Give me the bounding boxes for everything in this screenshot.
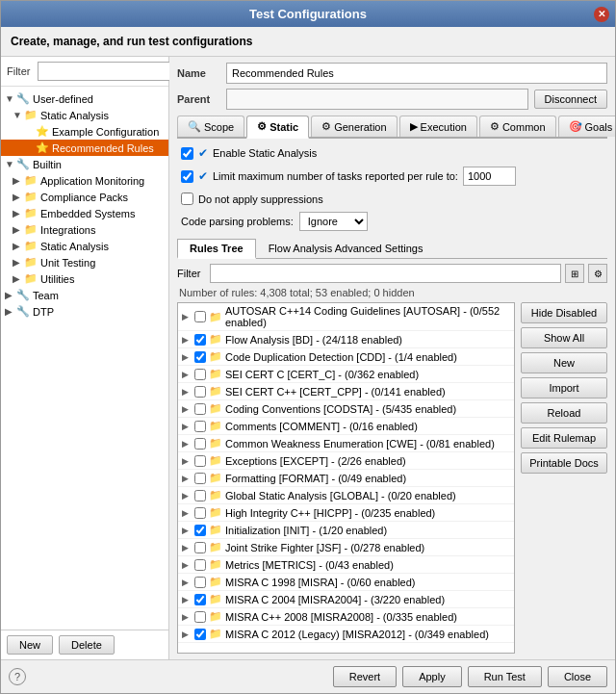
show-all-button[interactable]: Show All	[521, 327, 607, 348]
new-button[interactable]: New	[7, 635, 53, 655]
list-item[interactable]: ▶ 📁 Code Duplication Detection [CDD] - (…	[178, 348, 514, 366]
list-item[interactable]: ▶ 📁 AUTOSAR C++14 Coding Guidelines [AUT…	[178, 303, 514, 331]
folder-icon: 📁	[24, 272, 38, 285]
list-item[interactable]: ▶ 📁 Coding Conventions [CODSTA] - (5/435…	[178, 400, 514, 418]
list-item[interactable]: ▶ 📁 MISRA C 1998 [MISRA] - (0/60 enabled…	[178, 574, 514, 591]
parent-input[interactable]	[226, 89, 528, 110]
tree-item-compliance-packs[interactable]: ▶ 📁 Compliance Packs	[1, 189, 168, 205]
name-input[interactable]	[226, 63, 607, 84]
rule-checkbox[interactable]	[194, 525, 206, 536]
tree-item-app-monitoring[interactable]: ▶ 📁 Application Monitoring	[1, 172, 168, 189]
list-item[interactable]: ▶ 📁 Exceptions [EXCEPT] - (2/26 enabled)	[178, 452, 514, 470]
tab-generation[interactable]: ⚙ Generation	[311, 116, 397, 137]
rule-checkbox[interactable]	[194, 455, 206, 467]
close-button[interactable]: Close	[548, 666, 607, 687]
list-item[interactable]: ▶ 📁 MISRA C++ 2008 [MISRA2008] - (0/335 …	[178, 608, 514, 626]
rule-checkbox[interactable]	[194, 490, 206, 501]
inner-tab-rules-tree[interactable]: Rules Tree	[177, 239, 256, 259]
rule-checkbox[interactable]	[194, 473, 206, 484]
apply-button[interactable]: Apply	[402, 666, 462, 687]
rule-checkbox[interactable]	[194, 311, 206, 322]
tree-item-builtin[interactable]: ▼ 🔧 Builtin	[1, 156, 168, 172]
enable-static-checkbox[interactable]	[181, 147, 193, 160]
delete-button[interactable]: Delete	[59, 635, 115, 655]
disconnect-button[interactable]: Disconnect	[534, 90, 607, 109]
help-icon[interactable]: ?	[9, 668, 26, 685]
tree-item-embedded-systems[interactable]: ▶ 📁 Embedded Systems	[1, 205, 168, 221]
rule-checkbox[interactable]	[194, 386, 206, 398]
tree-item-unit-testing[interactable]: ▶ 📁 Unit Testing	[1, 254, 168, 270]
tree-item-static-analysis[interactable]: ▼ 📁 Static Analysis	[1, 107, 168, 123]
folder-icon: 📁	[209, 576, 222, 588]
tree-item-user-defined[interactable]: ▼ 🔧 User-defined	[1, 90, 168, 107]
list-item[interactable]: ▶ 📁 MISRA C 2012 (Legacy) [MISRA2012] - …	[178, 626, 514, 643]
rules-filter-input[interactable]	[210, 264, 561, 283]
inner-tab-flow-analysis[interactable]: Flow Analysis Advanced Settings	[256, 239, 436, 258]
tree-item-utilities[interactable]: ▶ 📁 Utilities	[1, 270, 168, 287]
code-parsing-select[interactable]: Ignore Warning Error	[299, 212, 368, 231]
edit-rulemap-button[interactable]: Edit Rulemap	[521, 427, 607, 449]
tree-panel: ▼ 🔧 User-defined ▼ 📁 Static Analysis ⭐ E…	[1, 87, 168, 630]
toggle-icon: ▶	[13, 273, 24, 284]
rules-settings-icon[interactable]: ⚙	[588, 264, 607, 283]
rule-checkbox[interactable]	[194, 559, 206, 571]
revert-button[interactable]: Revert	[333, 666, 397, 687]
list-item[interactable]: ▶ 📁 Comments [COMMENT] - (0/16 enabled)	[178, 418, 514, 435]
no-suppressions-checkbox[interactable]	[181, 193, 193, 205]
close-icon[interactable]: ✕	[594, 7, 609, 22]
tree-item-example-config[interactable]: ⭐ Example Configuration	[1, 123, 168, 140]
list-item[interactable]: ▶ 📁 SEI CERT C [CERT_C] - (0/362 enabled…	[178, 366, 514, 383]
list-item[interactable]: ▶ 📁 Formatting [FORMAT] - (0/49 enabled)	[178, 470, 514, 487]
import-button[interactable]: Import	[521, 377, 607, 398]
folder-icon: 📁	[24, 223, 38, 236]
tab-static[interactable]: ⚙ Static	[246, 116, 309, 139]
rules-columns-icon[interactable]: ⊞	[565, 264, 584, 283]
new-rule-button[interactable]: New	[521, 352, 607, 373]
rule-checkbox[interactable]	[194, 577, 206, 588]
tree-item-team[interactable]: ▶ 🔧 Team	[1, 287, 168, 303]
toggle-icon: ▶	[182, 422, 192, 431]
left-panel-buttons: New Delete	[1, 630, 168, 659]
tree-item-recommended-rules[interactable]: ⭐ Recommended Rules	[1, 140, 168, 156]
list-item[interactable]: ▶ 📁 SEI CERT C++ [CERT_CPP] - (0/141 ena…	[178, 383, 514, 400]
folder-icon: 📁	[209, 350, 222, 363]
rule-checkbox[interactable]	[194, 611, 206, 623]
toggle-icon: ▶	[182, 312, 192, 321]
tab-scope[interactable]: 🔍 Scope	[177, 116, 244, 137]
tree-item-static-analysis-b[interactable]: ▶ 📁 Static Analysis	[1, 238, 168, 254]
reload-button[interactable]: Reload	[521, 402, 607, 424]
rule-checkbox[interactable]	[194, 369, 206, 380]
rule-label: Global Static Analysis [GLOBAL] - (0/20 …	[225, 490, 456, 501]
folder-icon: 📁	[209, 368, 222, 380]
tab-common[interactable]: ⚙ Common	[479, 116, 556, 137]
run-test-button[interactable]: Run Test	[468, 666, 542, 687]
rule-checkbox[interactable]	[194, 629, 206, 640]
rule-checkbox[interactable]	[194, 403, 206, 415]
toggle-icon: ▶	[13, 257, 24, 268]
list-item[interactable]: ▶ 📁 Flow Analysis [BD] - (24/118 enabled…	[178, 331, 514, 348]
rule-checkbox[interactable]	[194, 438, 206, 450]
rule-checkbox[interactable]	[194, 542, 206, 553]
limit-tasks-input[interactable]	[463, 167, 516, 186]
list-item[interactable]: ▶ 📁 Joint Strike Fighter [JSF] - (0/278 …	[178, 539, 514, 556]
tab-execution[interactable]: ▶ Execution	[399, 116, 477, 137]
printable-docs-button[interactable]: Printable Docs	[521, 452, 607, 474]
tree-item-integrations[interactable]: ▶ 📁 Integrations	[1, 221, 168, 238]
list-item[interactable]: ▶ 📁 Global Static Analysis [GLOBAL] - (0…	[178, 487, 514, 504]
limit-tasks-checkbox[interactable]	[181, 170, 193, 183]
list-item[interactable]: ▶ 📁 Metrics [METRICS] - (0/43 enabled)	[178, 556, 514, 574]
tree-item-dtp[interactable]: ▶ 🔧 DTP	[1, 303, 168, 320]
rule-checkbox[interactable]	[194, 351, 206, 363]
filter-input[interactable]	[38, 62, 180, 81]
tab-goals[interactable]: 🎯 Goals	[558, 116, 615, 137]
rule-checkbox[interactable]	[194, 421, 206, 432]
list-item[interactable]: ▶ 📁 Common Weakness Enumeration [CWE] - …	[178, 435, 514, 452]
hide-disabled-button[interactable]: Hide Disabled	[521, 302, 607, 323]
rule-checkbox[interactable]	[194, 594, 206, 605]
rule-checkbox[interactable]	[194, 507, 206, 519]
rule-checkbox[interactable]	[194, 334, 206, 346]
list-item[interactable]: ▶ 📁 Initialization [INIT] - (1/20 enable…	[178, 522, 514, 539]
list-item[interactable]: ▶ 📁 High Integrity C++ [HICPP] - (0/235 …	[178, 504, 514, 522]
rule-label: MISRA C++ 2008 [MISRA2008] - (0/335 enab…	[225, 611, 457, 623]
list-item[interactable]: ▶ 📁 MISRA C 2004 [MISRA2004] - (3/220 en…	[178, 591, 514, 608]
